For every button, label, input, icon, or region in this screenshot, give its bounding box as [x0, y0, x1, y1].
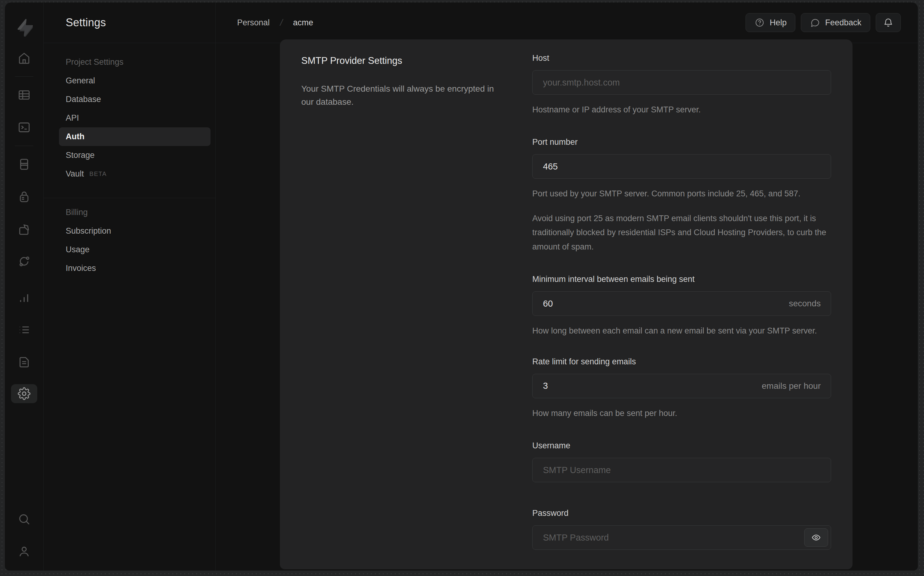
rail-docs-button[interactable]: [17, 355, 32, 370]
rail-divider: [15, 76, 33, 77]
settings-sidebar: Settings Project Settings General Databa…: [44, 2, 216, 571]
breadcrumb: Personal / acme: [237, 18, 313, 28]
password-input[interactable]: [532, 525, 831, 550]
rail-search-button[interactable]: [17, 512, 32, 526]
auth-lock-icon: [17, 190, 31, 204]
interval-input[interactable]: [532, 291, 831, 316]
bell-icon: [883, 18, 894, 28]
host-input-wrap: [532, 70, 831, 95]
password-field-group: Password: [532, 509, 831, 550]
port-input-wrap: [532, 154, 831, 179]
sidebar-divider: [44, 198, 215, 198]
account-icon: [17, 544, 31, 558]
sidebar-item-storage[interactable]: Storage: [44, 146, 215, 165]
sidebar-item-database[interactable]: Database: [44, 90, 215, 109]
rate-input-wrap: emails per hour: [532, 374, 831, 398]
main-area: Personal / acme Help Feedba: [216, 2, 918, 571]
rate-input[interactable]: [532, 374, 831, 398]
sidebar-item-label: Storage: [66, 150, 95, 160]
port-field-group: Port number Port used by your SMTP serve…: [532, 138, 831, 254]
host-label: Host: [532, 53, 831, 63]
notifications-button[interactable]: [876, 13, 901, 32]
home-icon: [17, 51, 31, 65]
rate-field-group: Rate limit for sending emails emails per…: [532, 357, 831, 420]
sidebar-section-billing: Billing: [44, 203, 215, 222]
icon-rail: [5, 2, 44, 571]
rail-auth-button[interactable]: [17, 189, 32, 204]
settings-gear-icon: [17, 387, 31, 401]
sidebar-item-label: Invoices: [66, 264, 96, 273]
rail-settings-button[interactable]: [11, 384, 37, 403]
sidebar-item-vault[interactable]: Vault BETA: [44, 165, 215, 183]
smtp-settings-panel: SMTP Provider Settings Your SMTP Credent…: [280, 39, 852, 569]
smtp-section-description: Your SMTP Credentials will always be enc…: [301, 82, 505, 109]
interval-input-wrap: seconds: [532, 291, 831, 316]
rail-sql-editor-button[interactable]: [17, 120, 32, 135]
username-label: Username: [532, 441, 831, 451]
reveal-password-button[interactable]: [804, 528, 828, 547]
app-window: Settings Project Settings General Databa…: [5, 2, 918, 571]
sidebar-item-label: API: [66, 113, 79, 123]
supabase-logo[interactable]: [15, 18, 33, 37]
edge-functions-icon: [17, 254, 31, 269]
sidebar-item-invoices[interactable]: Invoices: [44, 259, 215, 278]
port-helper: Port used by your SMTP server. Common po…: [532, 187, 831, 201]
breadcrumb-separator: /: [279, 18, 284, 28]
breadcrumb-project[interactable]: acme: [293, 18, 313, 27]
rail-storage-button[interactable]: [17, 222, 32, 237]
help-button[interactable]: Help: [746, 13, 796, 32]
interval-field-group: Minimum interval between emails being se…: [532, 275, 831, 338]
sidebar-item-auth[interactable]: Auth: [59, 127, 211, 146]
rail-table-editor-button[interactable]: [17, 88, 32, 102]
table-editor-icon: [17, 88, 31, 102]
sidebar-nav: Project Settings General Database API Au…: [44, 43, 215, 278]
sidebar-item-general[interactable]: General: [44, 72, 215, 90]
logs-icon: [17, 323, 31, 337]
password-input-wrap: [532, 525, 831, 550]
page-title: Settings: [66, 16, 106, 29]
sidebar-item-api[interactable]: API: [44, 109, 215, 127]
sidebar-item-label: Usage: [66, 245, 90, 254]
host-input[interactable]: [532, 70, 831, 95]
sidebar-item-subscription[interactable]: Subscription: [44, 222, 215, 240]
smtp-section-intro: SMTP Provider Settings Your SMTP Credent…: [301, 53, 505, 109]
sidebar-section-project-settings: Project Settings: [44, 53, 215, 72]
reports-icon: [17, 290, 31, 304]
database-icon: [17, 157, 31, 171]
rail-edge-functions-button[interactable]: [17, 254, 32, 269]
username-input[interactable]: [532, 458, 831, 482]
feedback-button[interactable]: Feedback: [801, 13, 870, 32]
host-helper: Hostname or IP address of your SMTP serv…: [532, 102, 831, 117]
header-actions: Help Feedback: [746, 13, 901, 32]
smtp-section-title: SMTP Provider Settings: [301, 55, 505, 66]
interval-label: Minimum interval between emails being se…: [532, 275, 831, 284]
rail-reports-button[interactable]: [17, 290, 32, 305]
host-field-group: Host Hostname or IP address of your SMTP…: [532, 53, 831, 117]
storage-icon: [17, 222, 31, 236]
help-icon: [754, 18, 765, 28]
rail-account-button[interactable]: [17, 544, 32, 559]
sidebar-item-label: Vault: [66, 169, 84, 179]
sidebar-item-label: General: [66, 76, 95, 85]
sidebar-header: Settings: [44, 2, 215, 43]
sidebar-item-usage[interactable]: Usage: [44, 240, 215, 259]
feedback-button-label: Feedback: [825, 18, 862, 27]
password-label: Password: [532, 509, 831, 518]
search-icon: [17, 512, 31, 526]
port-label: Port number: [532, 138, 831, 147]
rate-helper: How many emails can be sent per hour.: [532, 406, 831, 420]
sidebar-item-label: Database: [66, 95, 101, 104]
rail-database-button[interactable]: [17, 157, 32, 172]
interval-helper: How long between each email can a new em…: [532, 324, 831, 338]
sidebar-item-label: Subscription: [66, 226, 111, 236]
top-bar: Personal / acme Help Feedba: [216, 2, 918, 43]
feedback-icon: [810, 18, 820, 28]
beta-badge: BETA: [90, 170, 107, 178]
username-input-wrap: [532, 458, 831, 482]
breadcrumb-org[interactable]: Personal: [237, 18, 270, 27]
sql-editor-icon: [17, 120, 31, 134]
port-input[interactable]: [532, 154, 831, 179]
rail-divider: [15, 146, 33, 146]
rail-home-button[interactable]: [17, 51, 32, 66]
rail-logs-button[interactable]: [17, 323, 32, 337]
